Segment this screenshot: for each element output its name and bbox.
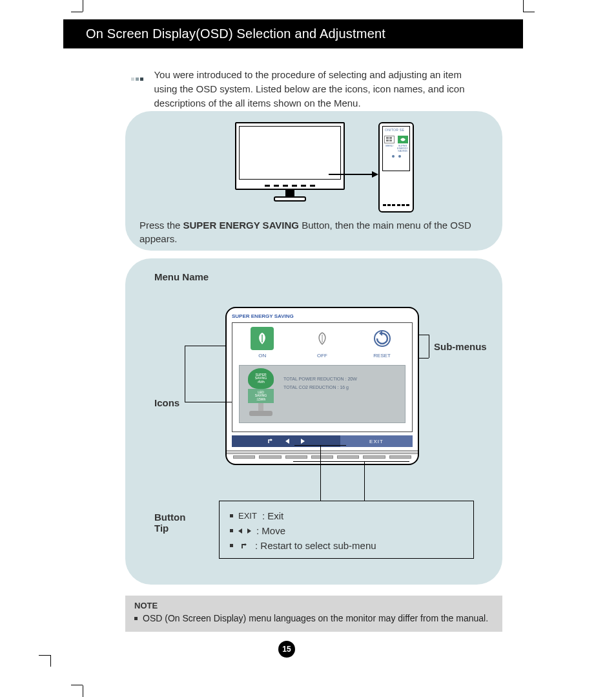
- ses-label: SUPERENERGYSAVING: [397, 145, 408, 152]
- note-title: NOTE: [134, 601, 493, 610]
- arrow-left-icon: [285, 439, 289, 444]
- panel-osd-layout: Menu Name SUPER ENERGY SAVING ON OFF RES…: [125, 258, 502, 585]
- restart-desc: : Restart to select sub-menu: [255, 540, 376, 551]
- reset-label: RESET: [373, 353, 391, 359]
- off-label: OFF: [317, 353, 327, 359]
- svg-rect-1: [389, 137, 392, 139]
- arrow-left-icon: [238, 528, 242, 534]
- svg-rect-2: [386, 140, 389, 141]
- zoom-arrow-icon: [329, 174, 377, 175]
- note-body: OSD (On Screen Display) menu languages o…: [143, 613, 488, 623]
- button-tip-callout: ButtonTip: [154, 512, 185, 534]
- zoom-heading: ONITOR SE: [383, 127, 409, 133]
- menu-name-label: Menu Name: [154, 271, 209, 282]
- panel1-caption: Press the SUPER ENERGY SAVING Button, th…: [139, 218, 488, 245]
- submenus-callout: Sub-menus: [434, 341, 487, 352]
- stat-co2: TOTAL CO2 REDUCTION : 16 g: [283, 383, 357, 391]
- arrow-right-icon: [301, 439, 305, 444]
- svg-rect-0: [386, 137, 389, 139]
- osd-icon-row: ON OFF RESET: [232, 327, 412, 359]
- osd-screenshot: SUPER ENERGY SAVING ON OFF RESET: [225, 307, 419, 465]
- menu-label: MENU: [385, 145, 393, 147]
- intro-text: You were introduced to the procedure of …: [154, 68, 477, 110]
- stat-power: TOTAL POWER REDUCTION : 20W: [283, 375, 357, 383]
- panel-press-button: ONITOR SE MENU SUPERENERGYSAVING: [125, 111, 502, 251]
- section-header: On Screen Display(OSD) Selection and Adj…: [63, 19, 523, 48]
- move-desc: : Move: [256, 525, 285, 536]
- exit-sym: EXIT: [238, 511, 257, 521]
- return-icon: [267, 438, 274, 444]
- button-tip-box: EXIT: Exit : Move : Restart to select su…: [219, 501, 474, 559]
- ses-icon: [398, 136, 408, 143]
- osd-title: SUPER ENERGY SAVING: [232, 313, 294, 319]
- note-box: NOTE OSD (On Screen Display) menu langua…: [125, 596, 502, 632]
- arrow-right-icon: [247, 528, 251, 534]
- exit-desc: : Exit: [262, 510, 283, 521]
- menu-icon: [384, 136, 395, 143]
- on-label: ON: [258, 353, 266, 359]
- return-icon: [238, 542, 250, 550]
- page-number: 15: [278, 641, 295, 658]
- bullet-dots-icon: [131, 72, 145, 83]
- osd-stats-panel: SUPERSAVING:4Wh LEDSAVING:15Wh TOTAL POW…: [239, 365, 406, 423]
- leaf-off-icon: [311, 327, 334, 350]
- reset-icon: [371, 327, 394, 350]
- zoom-panel: ONITOR SE MENU SUPERENERGYSAVING: [378, 122, 414, 213]
- monitor-figure: ONITOR SE MENU SUPERENERGYSAVING: [235, 119, 403, 216]
- section-title: On Screen Display(OSD) Selection and Adj…: [86, 26, 385, 41]
- tree-icon: SUPERSAVING:4Wh LEDSAVING:15Wh: [245, 368, 277, 419]
- leaf-on-icon: [251, 327, 274, 350]
- monitor-icon: [235, 122, 345, 190]
- icons-callout: Icons: [154, 397, 180, 408]
- exit-nav-label: EXIT: [340, 435, 413, 447]
- svg-rect-3: [389, 140, 392, 141]
- intro-block: You were introduced to the procedure of …: [131, 68, 499, 110]
